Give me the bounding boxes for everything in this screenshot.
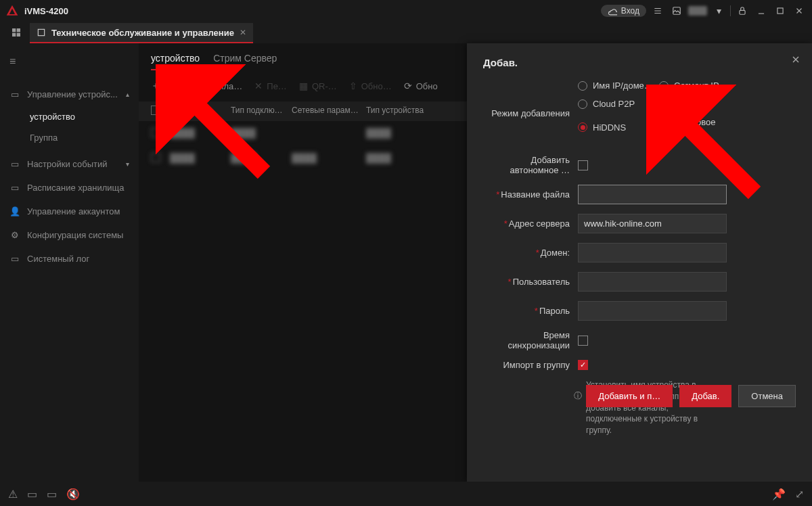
dropdown-icon[interactable]: ▾: [711, 3, 726, 18]
add-and-continue-button[interactable]: Добавить и п…: [586, 385, 673, 407]
gear-icon: ⚙: [9, 230, 20, 240]
pin-icon[interactable]: 📌: [772, 488, 786, 501]
tab-close-icon[interactable]: ✕: [240, 28, 246, 37]
status-bar: ⚠ ▭ ▭ 🔇 📌 ⤢: [0, 482, 812, 506]
import-checkbox[interactable]: ✓: [578, 360, 588, 370]
cancel-button[interactable]: Отмена: [738, 385, 796, 407]
lock-icon[interactable]: [735, 3, 750, 18]
calendar-icon: ▭: [9, 159, 20, 169]
sidebar: ≡ ▭ Управление устройс... ▴ устройство Г…: [0, 43, 139, 482]
server-input[interactable]: [578, 214, 727, 233]
radio-ip-segment[interactable]: Сегмент IP: [659, 80, 740, 91]
motion-icon[interactable]: ▭: [27, 488, 37, 501]
sidebar-sub-group[interactable]: Группа: [0, 127, 139, 148]
add-device-dialog: Добав. Режим добавления Имя IP/доме… Сег…: [467, 43, 812, 482]
add-button[interactable]: Добав.: [679, 385, 731, 407]
tab-stream-server[interactable]: Стрим Сервер: [213, 53, 277, 70]
svg-rect-9: [38, 29, 44, 35]
svg-rect-6: [17, 28, 20, 32]
login-button[interactable]: Вход: [601, 5, 646, 17]
chevron-down-icon: ▾: [126, 160, 129, 168]
sidebar-item-events[interactable]: ▭ Настройки событий ▾: [0, 152, 139, 176]
storage-icon: ▭: [9, 183, 20, 193]
select-all-checkbox[interactable]: [151, 106, 160, 115]
toolbar-refresh[interactable]: ⟳Обно: [404, 80, 438, 91]
log-icon: ▭: [9, 254, 20, 264]
refresh-icon: ⟳: [404, 80, 412, 91]
image-icon[interactable]: [669, 3, 684, 18]
toolbar-online[interactable]: 🔍Онла…: [196, 80, 242, 91]
dialog-title: Добав.: [483, 57, 796, 68]
user-blurred: [688, 6, 707, 16]
minimize-icon[interactable]: [754, 3, 769, 18]
user-input[interactable]: [578, 272, 727, 292]
sidebar-item-account[interactable]: 👤 Управление аккаунтом: [0, 200, 139, 223]
toolbar-upgrade[interactable]: ⇧Обно…: [349, 80, 392, 91]
chevron-up-icon: ▴: [126, 91, 129, 98]
sidebar-collapse-icon[interactable]: ≡: [0, 53, 139, 70]
radio-batch[interactable]: Групповое доба…: [659, 117, 740, 137]
plus-icon: ＋: [151, 80, 160, 92]
filename-input[interactable]: [578, 185, 727, 204]
home-button[interactable]: [3, 23, 30, 42]
radio-ip-domain[interactable]: Имя IP/доме…: [578, 80, 659, 91]
app-title: iVMS-4200: [24, 6, 68, 16]
sidebar-sub-device[interactable]: устройство: [0, 106, 139, 127]
svg-rect-5: [12, 28, 16, 32]
tab-device[interactable]: устройство: [151, 53, 200, 70]
toolbar-qr[interactable]: ▦QR-…: [299, 80, 337, 91]
sidebar-item-config[interactable]: ⚙ Конфигурация системы: [0, 223, 139, 247]
sidebar-item-log[interactable]: ▭ Системный лог: [0, 247, 139, 271]
offline-checkbox[interactable]: [578, 160, 588, 170]
info-icon: ⓘ: [574, 390, 582, 402]
maximize-icon[interactable]: [773, 3, 788, 18]
mute-icon[interactable]: 🔇: [66, 488, 80, 501]
toolbar-delete[interactable]: ✕Пе…: [254, 80, 287, 91]
svg-rect-7: [12, 33, 16, 37]
domain-input[interactable]: [578, 243, 727, 262]
upgrade-icon: ⇧: [349, 80, 357, 91]
tab-maintenance[interactable]: Техническое обслуживание и управление ✕: [30, 23, 253, 42]
device-icon: ▭: [9, 89, 20, 99]
svg-rect-4: [777, 8, 783, 14]
dialog-close-icon[interactable]: [790, 54, 801, 67]
cloud-icon: [608, 6, 617, 16]
svg-rect-3: [740, 10, 745, 14]
svg-rect-8: [17, 33, 20, 37]
window-icon[interactable]: ▭: [47, 488, 57, 501]
alert-icon[interactable]: ⚠: [8, 488, 18, 501]
grid-icon: [11, 27, 22, 38]
toolbar-add[interactable]: ＋До…: [151, 80, 184, 92]
expand-icon[interactable]: ⤢: [795, 488, 804, 501]
radio-isup[interactable]: ISUP: [659, 99, 740, 109]
sidebar-item-storage[interactable]: ▭ Расписание хранилища: [0, 176, 139, 200]
x-icon: ✕: [254, 80, 263, 91]
qr-icon: ▦: [299, 80, 308, 91]
sync-checkbox[interactable]: [578, 336, 588, 346]
close-icon[interactable]: [792, 3, 807, 18]
search-icon: 🔍: [196, 80, 208, 91]
password-input[interactable]: [578, 301, 727, 321]
app-logo-icon: [5, 4, 19, 18]
radio-hiddns[interactable]: HiDDNS: [578, 117, 659, 137]
sidebar-item-device-mgmt[interactable]: ▭ Управление устройс... ▴: [0, 83, 139, 106]
list-icon[interactable]: [650, 3, 665, 18]
user-icon: 👤: [9, 206, 20, 216]
radio-cloud-p2p[interactable]: Cloud P2P: [578, 99, 659, 109]
wrench-icon: [37, 28, 46, 37]
